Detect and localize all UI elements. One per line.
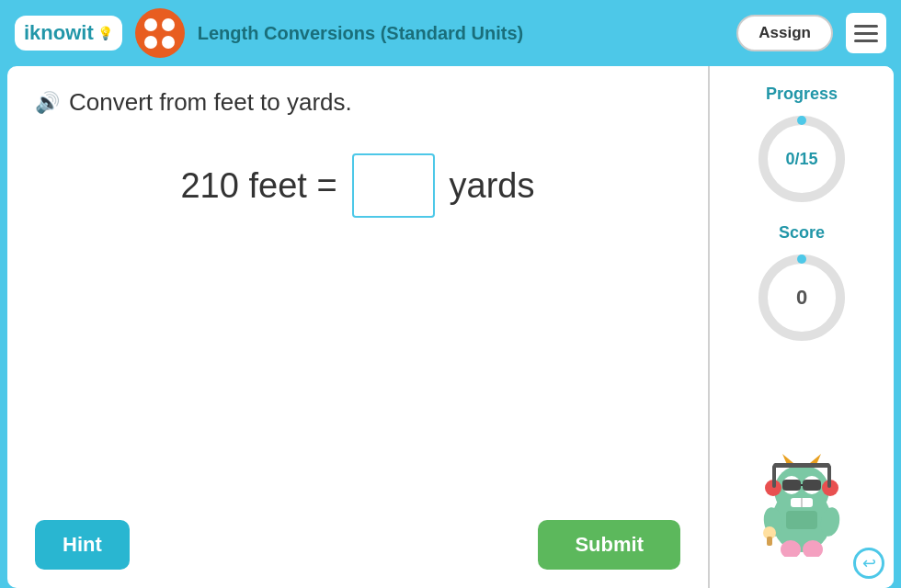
svg-rect-26 (767, 537, 772, 546)
back-icon: ↩ (862, 553, 876, 573)
submit-button[interactable]: Submit (538, 520, 680, 570)
film-dot (144, 36, 157, 49)
sidebar: Progress 0/15 Score 0 (710, 66, 894, 588)
question-header: 🔊 Convert from feet to yards. (35, 88, 680, 117)
film-dot (144, 18, 157, 31)
svg-rect-9 (803, 480, 821, 491)
svg-rect-8 (782, 480, 801, 491)
speaker-icon[interactable]: 🔊 (35, 91, 60, 115)
menu-bar-icon (854, 25, 878, 28)
film-dots (144, 18, 175, 49)
equation-area: 210 feet = yards (35, 153, 680, 218)
svg-point-5 (774, 465, 829, 516)
menu-button[interactable] (846, 13, 886, 53)
score-value: 0 (796, 286, 807, 310)
svg-rect-24 (786, 511, 817, 529)
hint-button[interactable]: Hint (35, 520, 130, 570)
equation-right: yards (450, 166, 535, 206)
bottom-bar: Hint Submit (35, 520, 680, 570)
mascot-icon (751, 437, 852, 557)
film-icon (135, 8, 185, 58)
menu-bar-icon (854, 32, 878, 35)
question-text: Convert from feet to yards. (69, 88, 352, 117)
progress-value: 0/15 (785, 150, 817, 169)
answer-input[interactable] (352, 153, 435, 218)
score-label: Score (779, 223, 825, 243)
film-dot (162, 36, 175, 49)
logo-text: iknowit (24, 21, 94, 45)
assign-button[interactable]: Assign (736, 15, 833, 51)
back-button[interactable]: ↩ (853, 548, 884, 579)
menu-bar-icon (854, 40, 878, 42)
film-dot (162, 18, 175, 31)
svg-rect-17 (772, 465, 776, 488)
svg-rect-18 (827, 465, 831, 488)
bulb-icon: 💡 (97, 26, 113, 40)
content-panel: 🔊 Convert from feet to yards. 210 feet =… (7, 66, 710, 588)
svg-rect-19 (773, 463, 830, 468)
header: iknowit 💡 Length Conversions (Standard U… (0, 0, 901, 66)
logo: iknowit 💡 (15, 16, 122, 51)
mascot-area (751, 437, 852, 560)
progress-ring: 0/15 (756, 113, 848, 205)
main-area: 🔊 Convert from feet to yards. 210 feet =… (7, 66, 894, 588)
equation-left: 210 feet = (180, 166, 336, 206)
score-ring: 0 (756, 252, 848, 344)
lesson-title: Length Conversions (Standard Units) (198, 23, 724, 44)
progress-label: Progress (766, 85, 838, 104)
